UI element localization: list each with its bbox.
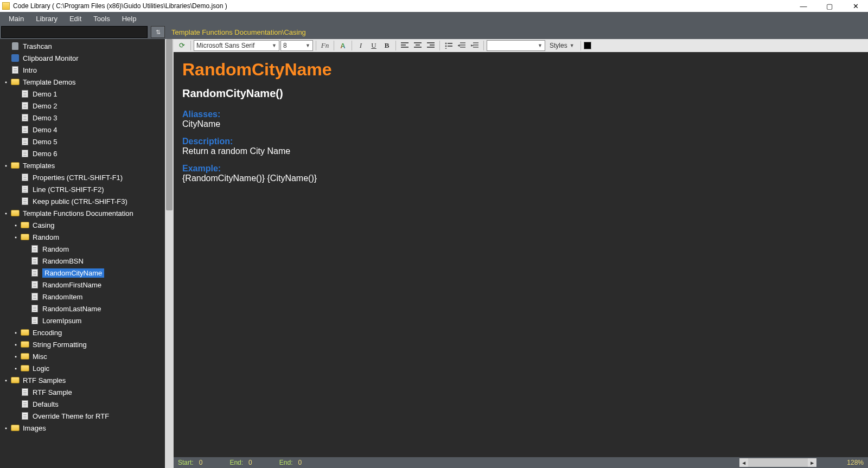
maximize-button[interactable]: ▢ xyxy=(821,2,838,10)
tree-item[interactable]: RandomBSN xyxy=(0,255,165,267)
tree-item[interactable]: ▪Template Functions Documentation xyxy=(0,207,165,219)
tree-item-label: Template Functions Documentation xyxy=(23,209,133,217)
description-heading: Description: xyxy=(182,137,859,146)
tree-item[interactable]: Line (CTRL-SHIFT-F2) xyxy=(0,183,165,195)
menu-tools[interactable]: Tools xyxy=(88,13,115,24)
tree-item[interactable]: Clipboard Monitor xyxy=(0,52,165,64)
styles-dropdown[interactable]: Styles ▼ xyxy=(546,42,578,49)
tree-item[interactable]: Demo 6 xyxy=(0,148,165,159)
align-left-button[interactable] xyxy=(399,40,411,51)
status-end2-value: 0 xyxy=(298,459,302,466)
bullet-list-button[interactable] xyxy=(443,40,455,51)
background-color-swatch[interactable] xyxy=(584,42,591,49)
tree-item[interactable]: ▪Templates xyxy=(0,159,165,171)
indent-icon xyxy=(471,42,478,49)
svg-point-2 xyxy=(445,48,447,49)
tree-item[interactable]: RTF Sample xyxy=(0,386,165,398)
folder-icon xyxy=(11,78,20,86)
tree-item[interactable]: Demo 1 xyxy=(0,88,165,100)
collapse-icon[interactable]: ▪ xyxy=(13,234,18,240)
scroll-track[interactable] xyxy=(748,458,808,467)
file-icon xyxy=(21,197,29,205)
align-right-button[interactable] xyxy=(425,40,437,51)
description-body: Return a random City Name xyxy=(182,146,859,156)
refresh-button[interactable]: ⟳ xyxy=(176,40,188,51)
doc-signature: RandomCityName() xyxy=(182,87,859,100)
scroll-left-button[interactable]: ◄ xyxy=(739,458,748,467)
tree-item[interactable]: LoremIpsum xyxy=(0,315,165,326)
dropdown-icon: ▼ xyxy=(305,43,310,48)
close-button[interactable]: ✕ xyxy=(847,2,864,10)
tree-item[interactable]: ▪String Formatting xyxy=(0,338,165,350)
bold-button[interactable]: B xyxy=(381,40,393,51)
trash-icon xyxy=(11,42,20,50)
tree-item[interactable]: ▪Casing xyxy=(0,219,165,231)
tree-item[interactable]: Intro xyxy=(0,64,165,76)
tree-item[interactable]: ▪Logic xyxy=(0,362,165,374)
collapse-icon[interactable]: ▪ xyxy=(3,79,9,85)
tree-item[interactable]: ▪Template Demos xyxy=(0,76,165,88)
indent-button[interactable] xyxy=(469,40,481,51)
tree-item[interactable]: Demo 5 xyxy=(0,136,165,148)
tree-item-label: Demo 3 xyxy=(33,114,58,122)
collapse-icon[interactable]: ▪ xyxy=(13,342,18,348)
search-input[interactable] xyxy=(1,26,148,38)
menu-library[interactable]: Library xyxy=(30,13,63,24)
collapse-icon[interactable]: ▪ xyxy=(13,330,18,336)
tree-item[interactable]: Defaults xyxy=(0,398,165,410)
collapse-icon[interactable]: ▪ xyxy=(13,222,18,228)
align-center-button[interactable] xyxy=(412,40,424,51)
status-end1-value: 0 xyxy=(248,459,252,466)
tree-item[interactable]: RandomLastName xyxy=(0,303,165,315)
editor-content[interactable]: RandomCityName RandomCityName() Aliasses… xyxy=(174,52,868,457)
tree-item[interactable]: ▪Encoding xyxy=(0,326,165,338)
horizontal-scrollbar[interactable]: ◄ ► xyxy=(739,458,816,467)
collapse-icon[interactable]: ▪ xyxy=(3,210,9,216)
tree-item[interactable]: RandomCityName xyxy=(0,267,165,279)
font-family-select[interactable]: Microsoft Sans Serif ▼ xyxy=(194,40,279,51)
tree-item[interactable]: Keep public (CTRL-SHIFT-F3) xyxy=(0,195,165,207)
collapse-icon[interactable]: ▪ xyxy=(3,163,9,169)
font-color-button[interactable]: A xyxy=(337,40,349,51)
scrollbar-thumb[interactable] xyxy=(166,39,173,210)
tree-item[interactable]: ▪RTF Samples xyxy=(0,374,165,386)
tree-item[interactable]: Properties (CTRL-SHIFT-F1) xyxy=(0,171,165,183)
style-preset-select[interactable]: ▼ xyxy=(487,40,545,51)
tree-item[interactable]: ▪Misc xyxy=(0,350,165,362)
tree-item[interactable]: Demo 4 xyxy=(0,124,165,136)
menu-edit[interactable]: Edit xyxy=(64,13,87,24)
italic-button[interactable]: I xyxy=(355,40,367,51)
underline-button[interactable]: U xyxy=(368,40,380,51)
collapse-icon[interactable]: ▪ xyxy=(13,366,18,371)
collapse-icon[interactable]: ▪ xyxy=(3,425,9,431)
tree-item[interactable]: Demo 2 xyxy=(0,100,165,112)
font-size-select[interactable]: 8 ▼ xyxy=(280,40,313,51)
aliases-body: CityName xyxy=(182,119,859,129)
tree-item[interactable]: RandomItem xyxy=(0,291,165,303)
minimize-button[interactable]: — xyxy=(795,2,812,10)
file-icon xyxy=(30,269,39,277)
tree-item[interactable]: Demo 3 xyxy=(0,112,165,124)
sort-button[interactable]: ⇅ xyxy=(151,26,165,38)
tree-item[interactable]: ▪Random xyxy=(0,231,165,243)
menu-help[interactable]: Help xyxy=(117,13,142,24)
insert-function-button[interactable]: Fn xyxy=(319,40,331,51)
tree-item-label: RandomCityName xyxy=(42,268,104,278)
tree-item[interactable]: Trashcan xyxy=(0,40,165,52)
outdent-button[interactable] xyxy=(456,40,468,51)
menu-main[interactable]: Main xyxy=(3,13,29,24)
status-end1-label: End: xyxy=(229,459,243,466)
folder-icon xyxy=(21,329,29,336)
align-center-icon xyxy=(414,42,422,49)
tree-item[interactable]: RandomFirstName xyxy=(0,279,165,291)
tree-item[interactable]: ▪Images xyxy=(0,422,165,434)
sidebar-scrollbar[interactable] xyxy=(165,39,174,468)
collapse-icon[interactable]: ▪ xyxy=(13,354,18,360)
tree-item[interactable]: Override Theme for RTF xyxy=(0,410,165,422)
scroll-right-button[interactable]: ► xyxy=(808,458,816,467)
tree-item[interactable]: Random xyxy=(0,243,165,255)
file-icon xyxy=(21,185,29,193)
folder-icon xyxy=(21,221,29,229)
tree-item-label: Template Demos xyxy=(23,78,76,86)
collapse-icon[interactable]: ▪ xyxy=(3,377,9,383)
